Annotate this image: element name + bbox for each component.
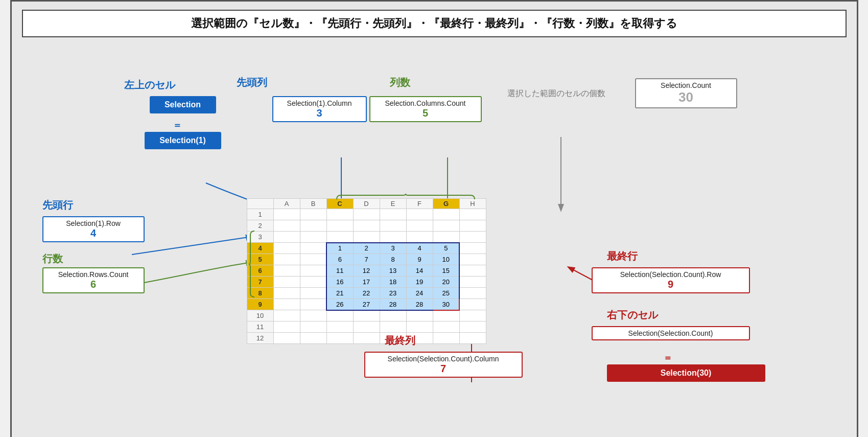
last-row-box: Selection(Selection.Count).Row 9 xyxy=(592,267,750,293)
title-text: 選択範囲の『セル数』・『先頭行・先頭列』・『最終行・最終列』・『行数・列数』を取… xyxy=(191,17,677,30)
selection1-row-box: Selection(1).Row 4 xyxy=(42,216,145,242)
selection-count-box: Selection.Count 30 xyxy=(635,78,737,108)
row-brace xyxy=(244,230,261,298)
table-row: 4 1 2 3 4 5 xyxy=(247,243,486,254)
last-row-formula: Selection(Selection.Count).Row xyxy=(598,270,744,279)
selection30-box: Selection(30) xyxy=(607,364,765,382)
last-col-value: 7 xyxy=(370,363,517,375)
row-12: 12 xyxy=(247,333,273,344)
table-row: 6 11 12 13 14 15 xyxy=(247,265,486,277)
table-row: 3 xyxy=(247,232,486,243)
last-row-value: 9 xyxy=(598,279,744,290)
col-brace xyxy=(336,193,475,203)
row-10: 10 xyxy=(247,310,273,321)
top-left-cell-label: 左上のセル xyxy=(124,78,175,92)
table-row: 2 xyxy=(247,220,486,232)
row-1: 1 xyxy=(247,209,273,220)
spreadsheet: A B C D E F G H 1 2 xyxy=(247,198,486,344)
table-row: 8 21 22 23 24 25 xyxy=(247,288,486,299)
sel1-row-label: Selection(1).Row xyxy=(49,219,138,227)
table-row: 1 xyxy=(247,209,486,220)
row-9: 9 xyxy=(247,299,273,310)
sel-cols-count-value: 5 xyxy=(376,107,476,119)
main-container: 選択範囲の『セル数』・『先頭行・先頭列』・『最終行・最終列』・『行数・列数』を取… xyxy=(10,0,858,437)
sel-count-label: Selection.Count xyxy=(641,81,731,89)
row-count-label: 行数 xyxy=(42,252,63,266)
bottom-right-cell-label: 右下のセル xyxy=(607,308,658,322)
selection-cols-count-box: Selection.Columns.Count 5 xyxy=(369,96,482,122)
table-row: 11 xyxy=(247,321,486,333)
sel-count-value: 30 xyxy=(641,89,731,105)
last-col-label: 最終列 xyxy=(385,334,415,348)
selection1-col-box: Selection(1).Column 3 xyxy=(272,96,367,122)
sel-rows-count-value: 6 xyxy=(49,279,138,290)
selection1-box: Selection(1) xyxy=(145,132,221,149)
selection-rows-count-box: Selection.Rows.Count 6 xyxy=(42,267,145,293)
content-area: 左上のセル Selection ＝ Selection(1) 先頭列 Selec… xyxy=(22,48,847,431)
equals-red: ＝ xyxy=(663,352,672,364)
last-row-label: 最終行 xyxy=(607,249,638,263)
table-row: 10 xyxy=(247,310,486,321)
col-brace-svg xyxy=(336,193,475,201)
table-row: 7 16 17 18 19 20 xyxy=(247,277,486,288)
table-row: 9 26 27 28 28 30 xyxy=(247,299,486,310)
cell-count-text-label: 選択した範囲のセルの個数 xyxy=(507,88,605,99)
bottom-right-ref-box: Selection(Selection.Count) xyxy=(592,326,750,340)
bottom-right-ref-label: Selection(Selection.Count) xyxy=(598,329,744,337)
first-row-label: 先頭行 xyxy=(42,198,73,212)
sel1-row-value: 4 xyxy=(49,227,138,239)
col-B: B xyxy=(300,199,326,209)
sel-cols-count-label: Selection.Columns.Count xyxy=(376,99,476,107)
row-11: 11 xyxy=(247,321,273,333)
row-brace-svg xyxy=(248,230,256,298)
title-bar: 選択範囲の『セル数』・『先頭行・先頭列』・『最終行・最終列』・『行数・列数』を取… xyxy=(22,10,847,37)
table-row: 5 6 7 8 9 10 xyxy=(247,254,486,265)
col-count-label: 列数 xyxy=(390,76,410,89)
selection-box: Selection xyxy=(150,96,216,113)
sel1-col-value: 3 xyxy=(278,107,361,119)
sel1-col-label: Selection(1).Column xyxy=(278,99,361,107)
last-col-box: Selection(Selection.Count).Column 7 xyxy=(364,352,523,378)
sel-rows-count-label: Selection.Rows.Count xyxy=(49,270,138,279)
table-row: 12 xyxy=(247,333,486,344)
equals-1: ＝ xyxy=(173,119,182,131)
last-col-formula: Selection(Selection.Count).Column xyxy=(370,355,517,363)
spreadsheet-container: A B C D E F G H 1 2 xyxy=(247,198,486,344)
first-col-label: 先頭列 xyxy=(237,76,267,89)
corner-cell xyxy=(247,199,273,209)
col-A: A xyxy=(273,199,300,209)
